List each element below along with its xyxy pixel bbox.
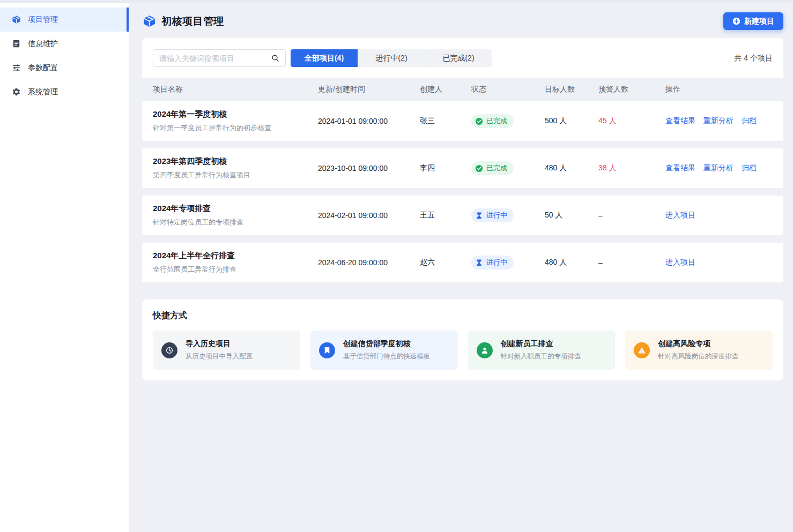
warning-count: 45 人 bbox=[598, 116, 665, 126]
search-input[interactable] bbox=[159, 54, 267, 63]
check-circle-icon bbox=[475, 164, 483, 173]
status-badge: 进行中 bbox=[471, 208, 514, 222]
table-row: 2024年第一季度初核 针对第一季度员工异常行为的初步核查 2024-01-01… bbox=[142, 101, 783, 141]
shortcut-description: 基于信贷部门特点的快速模板 bbox=[343, 352, 431, 361]
shortcuts-card: 快捷方式 导入历史项目 从历史项目中导入配置 bbox=[142, 299, 783, 380]
tab-completed[interactable]: 已完成(2) bbox=[425, 49, 492, 67]
project-name: 2024年专项排查 bbox=[153, 204, 318, 214]
reanalyze-link[interactable]: 重新分析 bbox=[703, 116, 733, 126]
gear-icon bbox=[12, 87, 21, 96]
shortcut-title: 创建信贷部季度初核 bbox=[343, 339, 431, 349]
shortcut-description: 从历史项目中导入配置 bbox=[186, 352, 253, 361]
project-time: 2024-01-01 09:00:00 bbox=[318, 117, 420, 125]
project-name: 2024年上半年全行排查 bbox=[153, 251, 318, 261]
sidebar-item-system-management[interactable]: 系统管理 bbox=[0, 80, 129, 104]
toolbar-card: 全部项目(4) 进行中(2) 已完成(2) 共 4 个项目 bbox=[142, 38, 783, 78]
project-time: 2023-10-01 09:00:00 bbox=[318, 164, 420, 173]
column-header-actions: 操作 bbox=[665, 85, 773, 94]
sidebar-item-label: 系统管理 bbox=[28, 87, 58, 97]
target-count: 500 人 bbox=[545, 116, 598, 126]
target-count: 480 人 bbox=[545, 163, 598, 173]
project-creator: 赵六 bbox=[420, 258, 471, 267]
project-time: 2024-02-01 09:00:00 bbox=[318, 211, 420, 220]
sliders-icon bbox=[12, 63, 21, 72]
page-title: 初核项目管理 bbox=[161, 14, 224, 28]
search-box bbox=[153, 49, 286, 67]
shortcut-title: 创建高风险专项 bbox=[658, 339, 738, 349]
reanalyze-link[interactable]: 重新分析 bbox=[703, 163, 733, 173]
person-icon bbox=[477, 342, 493, 358]
sidebar-item-label: 参数配置 bbox=[28, 63, 58, 73]
enter-project-link[interactable]: 进入项目 bbox=[665, 211, 695, 220]
table-row: 2024年上半年全行排查 全行范围员工异常行为排查 2024-06-20 09:… bbox=[142, 243, 783, 282]
project-description: 第四季度员工异常行为核查项目 bbox=[153, 170, 318, 180]
sidebar-item-parameter-config[interactable]: 参数配置 bbox=[0, 56, 129, 80]
project-name: 2023年第四季度初核 bbox=[153, 156, 318, 167]
sidebar: 项目管理 信息维护 参数配置 系统管理 bbox=[0, 3, 129, 532]
hourglass-icon bbox=[475, 259, 483, 267]
cube-logo-icon bbox=[143, 14, 156, 28]
status-badge: 已完成 bbox=[471, 114, 514, 128]
project-description: 全行范围员工异常行为排查 bbox=[153, 265, 318, 274]
view-results-link[interactable]: 查看结果 bbox=[665, 116, 695, 126]
project-creator: 张三 bbox=[420, 116, 471, 126]
column-header-name: 项目名称 bbox=[153, 85, 318, 94]
project-creator: 王五 bbox=[420, 211, 471, 220]
status-badge: 进行中 bbox=[471, 256, 514, 269]
plus-circle-icon bbox=[732, 17, 740, 25]
column-header-status: 状态 bbox=[471, 85, 545, 94]
table-row: 2024年专项排查 针对特定岗位员工的专项排查 2024-02-01 09:00… bbox=[142, 196, 783, 235]
tab-all-projects[interactable]: 全部项目(4) bbox=[291, 49, 358, 67]
shortcut-title: 导入历史项目 bbox=[186, 339, 253, 349]
column-header-warning: 预警人数 bbox=[598, 85, 665, 94]
table-header: 项目名称 更新/创建时间 创建人 状态 目标人数 预警人数 操作 bbox=[142, 78, 783, 101]
bookmark-icon bbox=[319, 342, 335, 358]
archive-link[interactable]: 归档 bbox=[742, 116, 757, 126]
column-header-target: 目标人数 bbox=[545, 85, 598, 94]
sidebar-item-info-maintenance[interactable]: 信息维护 bbox=[0, 32, 129, 56]
shortcut-credit-dept-review[interactable]: 创建信贷部季度初核 基于信贷部门特点的快速模板 bbox=[310, 331, 458, 370]
warning-count: – bbox=[598, 211, 665, 220]
target-count: 50 人 bbox=[545, 211, 598, 220]
shortcuts-title: 快捷方式 bbox=[153, 310, 773, 321]
shortcut-high-risk-special[interactable]: 创建高风险专项 针对高风险岗位的深度排查 bbox=[625, 331, 773, 370]
hourglass-icon bbox=[475, 212, 483, 220]
status-badge: 已完成 bbox=[471, 161, 514, 175]
cube-icon bbox=[12, 15, 21, 24]
sidebar-item-label: 项目管理 bbox=[28, 15, 58, 25]
shortcut-description: 针对新入职员工的专项排查 bbox=[501, 352, 581, 361]
project-name: 2024年第一季度初核 bbox=[153, 109, 318, 119]
enter-project-link[interactable]: 进入项目 bbox=[665, 258, 695, 267]
check-circle-icon bbox=[475, 117, 483, 125]
tab-in-progress[interactable]: 进行中(2) bbox=[358, 49, 425, 67]
archive-link[interactable]: 归档 bbox=[742, 163, 757, 173]
shortcut-import-history[interactable]: 导入历史项目 从历史项目中导入配置 bbox=[153, 331, 300, 370]
warning-triangle-icon bbox=[634, 342, 650, 358]
project-count: 共 4 个项目 bbox=[734, 54, 773, 63]
filter-tabs: 全部项目(4) 进行中(2) 已完成(2) bbox=[291, 49, 492, 67]
column-header-creator: 创建人 bbox=[420, 85, 471, 94]
table-row: 2023年第四季度初核 第四季度员工异常行为核查项目 2023-10-01 09… bbox=[142, 148, 783, 188]
project-time: 2024-06-20 09:00:00 bbox=[318, 258, 420, 267]
warning-count: – bbox=[598, 258, 665, 267]
page-header: 初核项目管理 新建项目 bbox=[129, 3, 793, 38]
sidebar-item-project-management[interactable]: 项目管理 bbox=[0, 8, 129, 32]
new-project-button[interactable]: 新建项目 bbox=[723, 12, 783, 30]
warning-count: 38 人 bbox=[598, 163, 665, 173]
shortcut-title: 创建新员工排查 bbox=[501, 339, 581, 349]
clock-icon bbox=[161, 342, 177, 358]
shortcut-new-employee-screening[interactable]: 创建新员工排查 针对新入职员工的专项排查 bbox=[468, 331, 616, 370]
project-description: 针对特定岗位员工的专项排查 bbox=[153, 218, 318, 227]
project-creator: 李四 bbox=[420, 163, 471, 173]
search-icon[interactable] bbox=[271, 54, 279, 62]
main-area: 初核项目管理 新建项目 全部项目(4) 进行中( bbox=[129, 3, 793, 532]
document-icon bbox=[12, 39, 21, 48]
column-header-time: 更新/创建时间 bbox=[318, 85, 420, 94]
view-results-link[interactable]: 查看结果 bbox=[665, 163, 695, 173]
target-count: 480 人 bbox=[545, 258, 598, 267]
sidebar-item-label: 信息维护 bbox=[28, 39, 58, 49]
new-project-button-label: 新建项目 bbox=[744, 17, 774, 26]
project-description: 针对第一季度员工异常行为的初步核查 bbox=[153, 123, 318, 133]
shortcut-description: 针对高风险岗位的深度排查 bbox=[658, 352, 738, 361]
